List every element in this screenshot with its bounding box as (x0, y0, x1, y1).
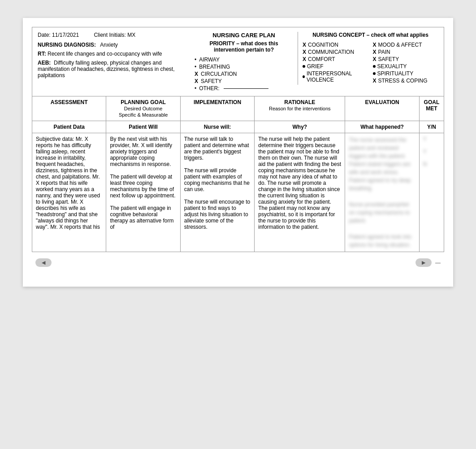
nc-pain: X PAIN (373, 49, 439, 55)
footer-prev-button[interactable]: ◀ (35, 258, 52, 267)
implementation-para-2: The nurse will provide patient with exam… (184, 167, 251, 192)
th-goal-met: GOAL MET (419, 96, 444, 121)
prev-arrow-icon: ◀ (42, 260, 45, 265)
planning-para-3: The patient will engage in cognitive beh… (110, 205, 176, 230)
date-line: Date: 11/17/2021 Client Initials: MX (38, 32, 190, 38)
nc-grief: GRIEF (303, 63, 368, 70)
date-value: 11/17/2021 (52, 32, 79, 38)
next-arrow-icon: ▶ (422, 260, 425, 265)
th-rationale: RATIONALE Reason for the interventions (255, 96, 345, 121)
rationale-text: The nurse will help the patient determin… (258, 136, 341, 230)
nc-left-col: X COGNITION X COMMUNICATION X COMFORT GR… (303, 42, 368, 85)
nc-right-col: X MOOD & AFFECT X PAIN X SAFETY SEXUALIT… (373, 42, 439, 85)
dot-icon (303, 65, 305, 68)
th-evaluation-sub: What happened? (345, 121, 419, 133)
nc-safety: X SAFETY (373, 56, 439, 62)
nc-comfort: X COMFORT (303, 56, 368, 62)
bullet-icon: • (195, 57, 196, 63)
th-evaluation: EVALUATION (345, 96, 419, 121)
nc-interpersonal: INTERPERSONAL VIOLENCE (303, 70, 368, 83)
ncp-item-breathing: • BREATHING (195, 64, 293, 70)
table-header-row: ASSESSMENT PLANNING GOAL Desired Outcome… (32, 96, 444, 121)
bullet-icon: • (195, 85, 196, 92)
rationale-cell: The nurse will help the patient determin… (255, 133, 345, 252)
footer: ◀ ▶ — (32, 257, 444, 269)
planning-para-2: The patient will develop at least three … (110, 174, 176, 199)
planning-cell: By the next visit with his provider, Mr.… (106, 133, 180, 252)
nursing-concept-section: NURSING CONCEPT – check off what applies… (298, 32, 438, 85)
assessment-text: Subjective data: Mr. X reports he has di… (36, 136, 100, 230)
goal-met-blurred-text: YYN (423, 136, 440, 167)
patient-info: Date: 11/17/2021 Client Initials: MX NUR… (38, 32, 190, 78)
dot-icon (303, 75, 305, 78)
diagnosis-label: NURSING DIAGNOSIS: (38, 42, 96, 48)
nc-communication: X COMMUNICATION (303, 49, 368, 55)
date-label: Date: (38, 32, 51, 38)
x-mark-icon: X (195, 71, 198, 77)
dot-icon (373, 72, 376, 75)
client-initials-value: MX (127, 32, 135, 38)
th-implementation-sub: Nurse will: (180, 121, 254, 133)
page-container: Date: 11/17/2021 Client Initials: MX NUR… (23, 18, 453, 287)
evaluation-blurred-text: The nurse assessed the patient and revie… (349, 136, 415, 249)
client-initials-label: Client Initials: (94, 32, 125, 38)
th-planning-sub: Patient Will (106, 121, 180, 133)
page-number: — (435, 260, 441, 266)
bullet-icon: • (195, 64, 196, 70)
table-row: Subjective data: Mr. X reports he has di… (32, 133, 444, 252)
rt-line: RT: Recent life changes and co-occupancy… (38, 51, 190, 57)
th-rationale-sub: Why? (255, 121, 345, 133)
nc-mood: X MOOD & AFFECT (373, 42, 439, 48)
nc-grid: X COGNITION X COMMUNICATION X COMFORT GR… (303, 42, 438, 85)
nc-cognition: X COGNITION (303, 42, 368, 48)
ncp-item-circulation: X CIRCULATION (195, 71, 293, 77)
planning-para-1: By the next visit with his provider, Mr.… (110, 136, 176, 167)
dot-icon (373, 65, 376, 68)
th-assessment-sub: Patient Data (32, 121, 106, 133)
implementation-cell: The nurse will talk to patient and deter… (180, 133, 254, 252)
th-implementation: IMPLEMENTATION (180, 96, 254, 121)
diagnosis-value: Anxiety (100, 42, 117, 48)
diagnosis-line: NURSING DIAGNOSIS: Anxiety (38, 42, 190, 48)
rt-value: Recent life changes and co-occupancy wit… (48, 51, 162, 57)
ncp-item-safety: X SAFETY (195, 78, 293, 84)
aeb-line: AEB: Difficulty falling asleep, physical… (38, 60, 190, 78)
ncp-title: NURSING CARE PLAN (195, 32, 293, 39)
th-assessment: ASSESSMENT (32, 96, 106, 121)
nc-spirituality: SPIRITUALITY (373, 70, 439, 77)
nc-stress: X STRESS & COPING (373, 78, 439, 84)
implementation-para-1: The nurse will talk to patient and deter… (184, 136, 251, 161)
th-goal-met-sub: Y/N (419, 121, 444, 133)
nc-sexuality: SEXUALITY (373, 63, 439, 70)
priority-title: PRIORITY – what does this intervention p… (195, 40, 293, 53)
table-subheader-row: Patient Data Patient Will Nurse will: Wh… (32, 121, 444, 133)
th-planning: PLANNING GOAL Desired Outcome Specific &… (106, 96, 180, 121)
ncp-item-other: • OTHER: (195, 85, 293, 92)
assessment-cell: Subjective data: Mr. X reports he has di… (32, 133, 106, 252)
implementation-para-3: The nurse will encourage to patient to f… (184, 199, 251, 230)
ncp-item-airway: • AIRWAY (195, 57, 293, 63)
nursing-care-plan-section: NURSING CARE PLAN PRIORITY – what does t… (190, 32, 298, 92)
goal-met-cell: YYN (419, 133, 444, 252)
footer-right: ▶ — (415, 258, 441, 267)
main-table: ASSESSMENT PLANNING GOAL Desired Outcome… (32, 96, 444, 252)
x-mark-icon: X (195, 78, 198, 84)
nc-title: NURSING CONCEPT – check off what applies (303, 32, 438, 38)
evaluation-cell: The nurse assessed the patient and revie… (345, 133, 419, 252)
footer-next-button[interactable]: ▶ (415, 258, 432, 267)
aeb-value: Difficulty falling asleep, physical chan… (38, 60, 175, 78)
header-section: Date: 11/17/2021 Client Initials: MX NUR… (32, 27, 444, 96)
